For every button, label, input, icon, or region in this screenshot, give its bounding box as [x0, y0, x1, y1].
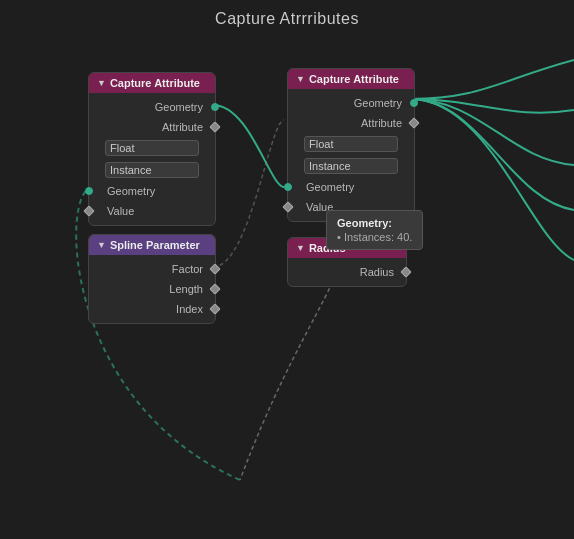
tooltip-title: Geometry:: [337, 217, 412, 229]
capture2-geometry-socket[interactable]: [410, 99, 418, 107]
capture2-geometry-input-row: Geometry: [288, 177, 414, 197]
capture2-geometry-input-label: Geometry: [306, 181, 354, 193]
page-title: Capture Atrrributes: [215, 10, 359, 28]
spline-index-label: Index: [176, 303, 203, 315]
capture2-geometry-input-socket[interactable]: [284, 183, 292, 191]
spline-header: ▼ Spline Parameter: [89, 235, 215, 255]
capture2-float-row: Float Integer Vector: [288, 133, 414, 155]
capture1-geometry-socket[interactable]: [211, 103, 219, 111]
collapse-icon-3[interactable]: ▼: [97, 240, 106, 250]
capture1-value-label: Value: [107, 205, 134, 217]
radius-output-socket[interactable]: [400, 266, 411, 277]
capture1-title: Capture Attribute: [110, 77, 200, 89]
capture1-value-socket[interactable]: [83, 205, 94, 216]
spline-title: Spline Parameter: [110, 239, 200, 251]
capture2-header: ▼ Capture Attribute: [288, 69, 414, 89]
capture2-attribute-socket[interactable]: [408, 117, 419, 128]
capture2-instance-dropdown[interactable]: Instance Point Edge: [304, 158, 398, 174]
spline-factor-row: Factor: [89, 259, 215, 279]
spline-length-label: Length: [169, 283, 203, 295]
capture2-attribute-output: Attribute: [288, 113, 414, 133]
capture2-geometry-label: Geometry: [354, 97, 402, 109]
spline-length-socket[interactable]: [209, 283, 220, 294]
capture1-instance-row: Instance Point Edge: [89, 159, 215, 181]
spline-length-row: Length: [89, 279, 215, 299]
tooltip: Geometry: • Instances: 40.: [326, 210, 423, 250]
collapse-icon-2[interactable]: ▼: [296, 74, 305, 84]
radius-output-row: Radius: [288, 262, 406, 282]
collapse-icon-1[interactable]: ▼: [97, 78, 106, 88]
capture1-geometry-input-label: Geometry: [107, 185, 155, 197]
capture2-attribute-label: Attribute: [361, 117, 402, 129]
spline-index-row: Index: [89, 299, 215, 319]
capture2-float-dropdown[interactable]: Float Integer Vector: [304, 136, 398, 152]
spline-factor-label: Factor: [172, 263, 203, 275]
capture1-instance-dropdown[interactable]: Instance Point Edge: [105, 162, 199, 178]
capture1-geometry-input-row: Geometry: [89, 181, 215, 201]
tooltip-line1: • Instances: 40.: [337, 231, 412, 243]
canvas: Capture Atrrributes ▼ Capture Attribute …: [0, 0, 574, 539]
collapse-icon-4[interactable]: ▼: [296, 243, 305, 253]
capture1-geometry-label: Geometry: [155, 101, 203, 113]
capture1-geometry-input-socket[interactable]: [85, 187, 93, 195]
capture1-float-dropdown[interactable]: Float Integer Vector: [105, 140, 199, 156]
radius-output-label: Radius: [360, 266, 394, 278]
capture2-body: Geometry Attribute Float Integer Vector …: [288, 89, 414, 221]
capture1-float-row: Float Integer Vector: [89, 137, 215, 159]
spline-parameter-node: ▼ Spline Parameter Factor Length Index: [88, 234, 216, 324]
capture2-instance-row: Instance Point Edge: [288, 155, 414, 177]
capture1-header: ▼ Capture Attribute: [89, 73, 215, 93]
capture2-geometry-output: Geometry: [288, 93, 414, 113]
spline-index-socket[interactable]: [209, 303, 220, 314]
capture1-geometry-output: Geometry: [89, 97, 215, 117]
capture1-attribute-output: Attribute: [89, 117, 215, 137]
spline-factor-socket[interactable]: [209, 263, 220, 274]
capture1-body: Geometry Attribute Float Integer Vector …: [89, 93, 215, 225]
capture1-value-input-row: Value: [89, 201, 215, 221]
capture-attribute-node-1: ▼ Capture Attribute Geometry Attribute F…: [88, 72, 216, 226]
spline-body: Factor Length Index: [89, 255, 215, 323]
capture2-value-socket[interactable]: [282, 201, 293, 212]
capture-attribute-node-2: ▼ Capture Attribute Geometry Attribute F…: [287, 68, 415, 222]
radius-body: Radius: [288, 258, 406, 286]
capture2-title: Capture Attribute: [309, 73, 399, 85]
capture1-attribute-socket[interactable]: [209, 121, 220, 132]
capture1-attribute-label: Attribute: [162, 121, 203, 133]
